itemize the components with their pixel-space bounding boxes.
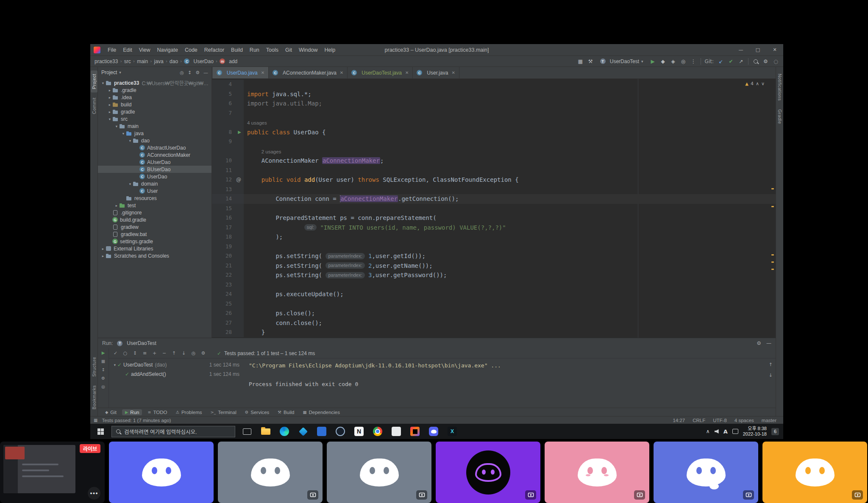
pin-icon[interactable]: ◎ — [101, 384, 105, 389]
menu-item-window[interactable]: Window — [296, 46, 320, 54]
taskbar-search[interactable]: 검색하려면 여기에 입력하십시오. — [111, 426, 235, 437]
usages-hint[interactable]: 4 usages — [247, 118, 267, 128]
profiler-button[interactable]: ◎ — [680, 58, 687, 65]
test-history-icon[interactable]: ↕ — [101, 367, 105, 372]
expand-all-icon[interactable]: + — [152, 350, 157, 356]
notion-icon[interactable]: N — [350, 424, 368, 439]
project-tree-item[interactable]: ▾dao — [98, 137, 211, 144]
menu-item-help[interactable]: Help — [321, 46, 338, 54]
scroll-down-icon[interactable]: ↓ — [769, 372, 773, 378]
test-tree-item[interactable]: ✓addAndSelect()1 sec 124 ms — [109, 370, 245, 379]
run-button[interactable]: ▶ — [650, 58, 656, 65]
editor-tab[interactable]: CAConnectionMaker.java✕ — [269, 67, 348, 78]
next-test-icon[interactable]: ↓ — [181, 350, 186, 356]
show-ignored-icon[interactable]: ○ — [122, 350, 128, 356]
run-console[interactable]: "C:\Program Files\Eclipse Adoptium\jdk-1… — [245, 358, 776, 408]
menu-item-build[interactable]: Build — [228, 46, 246, 54]
editor-tab[interactable]: CUserDao.java✕ — [213, 67, 269, 78]
next-warning-icon[interactable]: ∨ — [761, 81, 765, 86]
menu-item-edit[interactable]: Edit — [120, 46, 135, 54]
intellij-icon[interactable] — [406, 424, 424, 439]
project-tree-item[interactable]: ▸gradle — [98, 108, 211, 115]
breadcrumb-item[interactable]: java — [154, 58, 164, 64]
stripe-tab-commit[interactable]: Commit — [91, 94, 97, 117]
light-app-icon[interactable] — [387, 424, 406, 439]
taskbar-clock[interactable]: 오후 8:38 2022-10-18 — [743, 426, 767, 437]
stripe-tab-structure[interactable]: Structure — [91, 353, 97, 380]
diamond-app-icon[interactable] — [294, 424, 312, 439]
discord-icon[interactable] — [424, 424, 443, 439]
close-tab-icon[interactable]: ✕ — [340, 70, 343, 75]
project-tree-item[interactable]: Gbuild.gradle — [98, 216, 211, 223]
toolwindow-services[interactable]: ⚙Services — [242, 409, 273, 415]
settings-gear-icon[interactable]: ⚙ — [762, 58, 769, 65]
participant-tile[interactable] — [545, 442, 649, 503]
previous-test-icon[interactable]: ↑ — [171, 350, 177, 356]
stripe-tab-gradle[interactable]: Gradle — [776, 106, 783, 128]
layout-icon[interactable]: ▦ — [577, 58, 584, 65]
close-button[interactable]: ✕ — [766, 44, 783, 56]
coverage-button[interactable]: ◈ — [670, 58, 676, 65]
error-stripe[interactable] — [771, 79, 775, 338]
project-tree-item[interactable]: CAConnectionMaker — [98, 151, 211, 158]
update-project-button[interactable]: ↙ — [718, 58, 724, 65]
project-tree-item[interactable]: gradlew.bat — [98, 231, 211, 238]
stop-button[interactable]: ■ — [101, 359, 105, 364]
project-tree-item[interactable]: .gitignore — [98, 209, 211, 216]
project-tree-item[interactable]: gradlew — [98, 223, 211, 231]
project-tree-item[interactable]: Gsettings.gradle — [98, 238, 211, 245]
override-marker-icon[interactable]: @ — [236, 175, 241, 185]
project-tree-item[interactable]: ▸.idea — [98, 94, 211, 101]
project-panel-title[interactable]: Project — [101, 69, 117, 75]
dark-x-app-icon[interactable]: X — [443, 424, 462, 439]
menu-item-refactor[interactable]: Refactor — [201, 46, 227, 54]
participant-tile[interactable] — [218, 442, 323, 503]
edge-browser-icon[interactable] — [275, 424, 294, 439]
usages-hint[interactable]: 2 usages — [262, 147, 281, 157]
stripe-tab-bookmarks[interactable]: Bookmarks — [91, 382, 97, 413]
select-opened-file-icon[interactable]: ◎ — [180, 70, 184, 75]
toolwindow-git[interactable]: ◆Git — [102, 409, 120, 415]
project-tree-item[interactable]: ▸External Libraries — [98, 245, 211, 252]
participant-tile[interactable] — [762, 442, 867, 503]
commit-button[interactable]: ✔ — [728, 58, 734, 65]
breadcrumb-item[interactable]: main — [137, 58, 148, 64]
close-tab-icon[interactable]: ✕ — [261, 70, 264, 75]
chrome-icon[interactable] — [368, 424, 387, 439]
hide-panel-icon[interactable]: — — [766, 340, 771, 346]
status-widget-crlf[interactable]: CRLF — [693, 418, 705, 423]
stripe-tab-project[interactable]: Project — [91, 70, 97, 92]
menu-item-tools[interactable]: Tools — [263, 46, 281, 54]
tool-windows-toggle-icon[interactable]: ▦ — [94, 418, 97, 422]
tray-expand-icon[interactable]: ∧ — [706, 428, 710, 434]
build-hammer-icon[interactable]: ⚒ — [587, 58, 594, 65]
status-widget-utf-8[interactable]: UTF-8 — [713, 418, 727, 423]
status-widget-14-27[interactable]: 14:27 — [673, 418, 685, 423]
project-tree-item[interactable]: CAbstractUserDao — [98, 144, 211, 151]
project-tree-item[interactable]: resources — [98, 195, 211, 202]
project-tree-item[interactable]: ▾src — [98, 115, 211, 122]
collapse-all-icon[interactable]: − — [161, 350, 167, 356]
close-tab-icon[interactable]: ✕ — [451, 70, 455, 75]
settings-icon[interactable]: ⚙ — [757, 340, 761, 346]
toolwindow-dependencies[interactable]: ▦Dependencies — [300, 409, 343, 415]
code-editor[interactable]: 45import java.sql.*;6import java.util.Ma… — [212, 79, 776, 338]
breadcrumb-item[interactable]: src — [124, 58, 131, 64]
settings-icon[interactable]: ⚙ — [195, 70, 200, 75]
participant-tile[interactable] — [327, 442, 431, 503]
task-view-button[interactable] — [238, 424, 256, 439]
maximize-button[interactable]: □ — [749, 44, 766, 56]
group-icon[interactable]: ≡ — [142, 350, 147, 356]
breadcrumb-item[interactable]: CUserDao — [184, 58, 213, 64]
rerun-button[interactable]: ▶ — [102, 350, 105, 355]
breadcrumb-item[interactable]: dao — [170, 58, 178, 64]
project-tree-item[interactable]: CUserDao — [98, 173, 211, 180]
editor-tab[interactable]: CUserDaoTest.java✕ — [348, 67, 413, 78]
editor-tab[interactable]: CUser.java✕ — [413, 67, 459, 78]
run-configuration-select[interactable]: TUserDaoTest▾ — [598, 58, 646, 65]
test-tree-item[interactable]: ▾✓UserDaoTest(dao)1 sec 124 ms — [109, 360, 245, 370]
run-line-icon[interactable]: ▶ — [238, 128, 241, 137]
project-tree-item[interactable]: ▾main — [98, 122, 211, 130]
project-tree-item[interactable]: ▸test — [98, 202, 211, 209]
show-passed-icon[interactable]: ✓ — [113, 350, 118, 356]
